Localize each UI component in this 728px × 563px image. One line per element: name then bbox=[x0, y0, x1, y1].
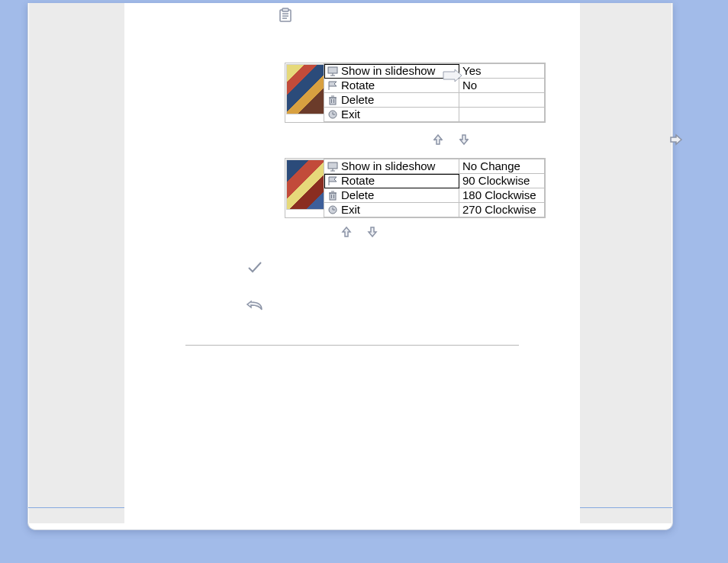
flag-icon bbox=[327, 176, 340, 187]
check-icon[interactable] bbox=[246, 259, 263, 275]
menu-value: 180 Clockwise bbox=[462, 188, 536, 201]
svg-rect-8 bbox=[330, 98, 336, 105]
menu-value: No Change bbox=[462, 159, 520, 172]
menu-label: Rotate bbox=[341, 79, 375, 92]
menu-value: No bbox=[462, 79, 477, 92]
trash-icon bbox=[327, 95, 340, 106]
menu-value: 270 Clockwise bbox=[462, 203, 536, 216]
trash-icon bbox=[327, 191, 340, 201]
menu-label: Exit bbox=[341, 108, 360, 121]
svg-rect-16 bbox=[328, 162, 337, 169]
arrow-up-icon[interactable] bbox=[430, 131, 446, 148]
menu-value: 90 Clockwise bbox=[462, 174, 530, 187]
clock-icon bbox=[327, 205, 340, 216]
arrow-right-icon[interactable] bbox=[668, 131, 685, 148]
page-content: Show in slideshow Yes Rotate No Delete E… bbox=[124, 3, 580, 529]
thumbnail-1 bbox=[285, 63, 324, 115]
arrow-up-icon[interactable] bbox=[338, 224, 355, 240]
menu-row-rotate[interactable]: Rotate No bbox=[324, 79, 545, 93]
menu-row-exit[interactable]: Exit 270 Clockwise bbox=[324, 203, 545, 217]
menu-label: Rotate bbox=[341, 174, 375, 187]
menu-row-delete[interactable]: Delete 180 Clockwise bbox=[324, 188, 545, 203]
menu-table-2: Show in slideshow No Change Rotate 90 Cl… bbox=[324, 159, 545, 217]
svg-rect-5 bbox=[328, 67, 337, 73]
menu-label: Delete bbox=[341, 188, 374, 201]
menu-row-slideshow[interactable]: Show in slideshow Yes bbox=[324, 64, 545, 79]
flag-icon bbox=[327, 81, 340, 92]
menu-table-1: Show in slideshow Yes Rotate No Delete E… bbox=[324, 63, 545, 122]
left-margin bbox=[29, 3, 125, 523]
clipboard-icon bbox=[277, 7, 294, 24]
svg-rect-19 bbox=[330, 193, 336, 200]
menu-value: Yes bbox=[462, 64, 481, 77]
menu-label: Exit bbox=[341, 203, 360, 216]
thumbnail-2 bbox=[285, 159, 324, 211]
clock-icon bbox=[327, 110, 340, 121]
menu-label: Show in slideshow bbox=[341, 64, 435, 77]
svg-rect-1 bbox=[282, 8, 288, 11]
right-margin bbox=[578, 3, 672, 523]
arrow-down-icon[interactable] bbox=[364, 224, 381, 240]
menu-row-rotate[interactable]: Rotate 90 Clockwise bbox=[324, 174, 545, 188]
undo-icon[interactable] bbox=[246, 297, 263, 314]
menu-block-2: Show in slideshow No Change Rotate 90 Cl… bbox=[285, 158, 546, 218]
slideshow-icon bbox=[327, 66, 340, 77]
slideshow-icon bbox=[327, 162, 340, 172]
menu-label: Show in slideshow bbox=[341, 159, 435, 172]
menu-block-1: Show in slideshow Yes Rotate No Delete E… bbox=[285, 63, 546, 123]
document-window: Show in slideshow Yes Rotate No Delete E… bbox=[27, 3, 673, 530]
menu-label: Delete bbox=[341, 93, 374, 106]
menu-row-exit[interactable]: Exit bbox=[324, 108, 545, 122]
menu-row-slideshow[interactable]: Show in slideshow No Change bbox=[324, 159, 545, 174]
arrow-down-icon[interactable] bbox=[456, 131, 472, 148]
menu-row-delete[interactable]: Delete bbox=[324, 93, 545, 108]
